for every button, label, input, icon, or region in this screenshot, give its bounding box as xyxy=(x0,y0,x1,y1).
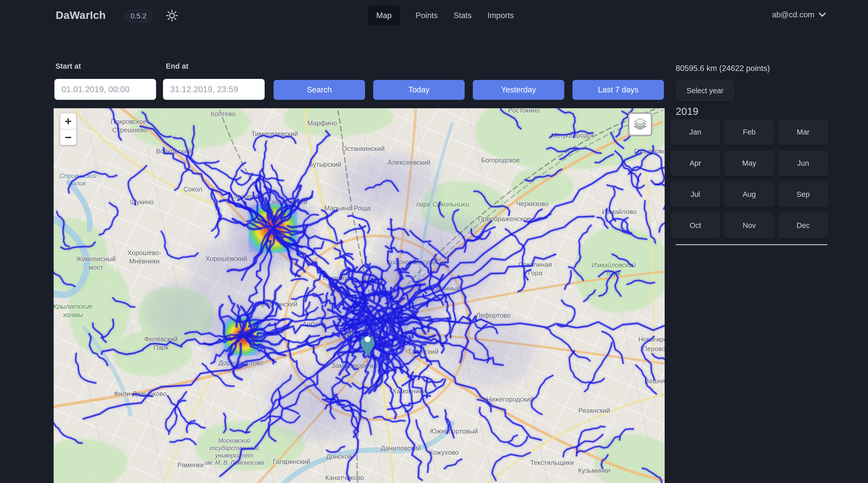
heat-blob xyxy=(370,212,503,311)
year-heading: 2019 xyxy=(676,106,699,117)
month-button-dec[interactable]: Dec xyxy=(778,213,828,238)
heat-blob xyxy=(227,186,319,270)
month-button-feb[interactable]: Feb xyxy=(724,119,774,145)
map-label: Гагаринский xyxy=(273,457,310,466)
map-label: Канатчиково xyxy=(325,474,364,482)
map-label: Покровское- Стрешнево xyxy=(111,118,149,134)
yesterday-button[interactable]: Yesterday xyxy=(473,80,564,100)
map-label: Войковский xyxy=(156,147,191,156)
map-label: Новогиреево xyxy=(638,335,665,344)
heat-blob xyxy=(202,299,283,374)
month-button-aug[interactable]: Aug xyxy=(724,182,774,207)
tab-imports[interactable]: Imports xyxy=(487,6,514,26)
month-button-oct[interactable]: Oct xyxy=(670,213,720,238)
map-label: Пресненский xyxy=(257,300,297,309)
map-zoom-control: + − xyxy=(60,114,76,145)
map-label: Хамовники xyxy=(392,387,426,395)
map-label: Нижегородский xyxy=(486,395,533,404)
heat-blob xyxy=(186,236,278,308)
map-canvas[interactable]: Покровское- СтрешневоКоптевоТимирязевски… xyxy=(54,108,665,483)
map-label: Черкизово xyxy=(516,200,549,208)
park-area xyxy=(511,168,574,205)
map-label: Дорогомилово xyxy=(219,359,264,367)
filter-buttons: SearchTodayYesterdayLast 7 days xyxy=(274,80,664,100)
zoom-in-button[interactable]: + xyxy=(60,114,76,129)
account-menu[interactable]: ab@cd.com xyxy=(772,10,826,20)
map-label: Крылатские холмы xyxy=(54,302,92,319)
park-area xyxy=(575,227,665,313)
theme-toggle-sun-icon[interactable] xyxy=(165,9,178,22)
map-label: Южнопортовый xyxy=(430,427,478,436)
month-button-nov[interactable]: Nov xyxy=(724,213,774,238)
park-area xyxy=(138,287,215,343)
map-labels-layer: Покровское- СтрешневоКоптевоТимирязевски… xyxy=(54,108,665,483)
map-label: Тимирязевский xyxy=(251,130,298,138)
map-label: Тверской xyxy=(322,274,350,282)
map-label: Арбат xyxy=(303,320,321,328)
map-label: Савёловский xyxy=(267,198,307,206)
tab-points[interactable]: Points xyxy=(415,6,438,26)
month-button-may[interactable]: May xyxy=(724,150,774,176)
map-label: Бутырский xyxy=(309,160,341,169)
months-grid: JanFebMarAprMayJunJulAugSepOctNovDec xyxy=(670,119,828,238)
version-badge: 0.5.2 xyxy=(124,10,153,23)
map-label: Сокол xyxy=(183,185,202,194)
tab-stats[interactable]: Stats xyxy=(454,6,471,26)
map-label: Филёвский Парк xyxy=(144,335,178,352)
map-label: Текстильщики xyxy=(530,458,574,467)
end-at-input[interactable] xyxy=(163,79,265,100)
chevron-down-icon xyxy=(818,12,826,18)
map-label: Гольяново xyxy=(634,147,665,156)
map-label: Хорошёвский xyxy=(206,255,247,263)
month-button-sep[interactable]: Sep xyxy=(778,182,828,207)
select-year-button[interactable]: Select year xyxy=(676,80,735,101)
month-button-mar[interactable]: Mar xyxy=(778,119,828,145)
map-label: Даниловский xyxy=(381,444,421,452)
map-label: Таганский xyxy=(408,348,438,356)
map-layers-control[interactable] xyxy=(628,112,652,136)
heat-hotspot xyxy=(223,317,262,356)
month-button-jul[interactable]: Jul xyxy=(670,182,720,207)
heat-blob xyxy=(437,311,539,390)
month-button-apr[interactable]: Apr xyxy=(670,150,720,176)
layers-icon xyxy=(633,117,648,132)
search-button[interactable]: Search xyxy=(274,80,365,100)
heat-hotspot xyxy=(249,204,297,253)
map-label: Замоскворечье xyxy=(332,361,378,370)
map-label: Ростокино xyxy=(508,108,540,115)
map-label: Живописный мост xyxy=(76,255,116,271)
roads-water-layer xyxy=(54,108,665,483)
map-label: Кожухово xyxy=(429,448,459,457)
heatmap-layer xyxy=(54,108,665,483)
park-area xyxy=(69,261,130,353)
last-7-days-button[interactable]: Last 7 days xyxy=(572,80,664,100)
map-marker-pin[interactable] xyxy=(361,336,375,356)
park-area xyxy=(422,181,506,233)
map-label: Соколиная Гора xyxy=(518,260,552,277)
park-area xyxy=(283,108,393,136)
park-area xyxy=(54,439,128,483)
start-at-input[interactable] xyxy=(54,79,156,100)
map-label: Аэропорт xyxy=(229,192,258,201)
map-label: Рязанский xyxy=(578,407,610,415)
month-button-jan[interactable]: Jan xyxy=(670,119,720,145)
heat-blob xyxy=(330,150,442,219)
map-label: Алексеевский xyxy=(388,158,430,167)
tab-map[interactable]: Map xyxy=(368,6,400,26)
park-area xyxy=(594,434,665,483)
map-label: Преображенское xyxy=(478,215,531,223)
map-label: Марьина Роща xyxy=(324,204,371,213)
start-at-label: Start at xyxy=(56,62,81,70)
map-label: Богородское xyxy=(481,156,520,164)
app-logo: DaWarIch xyxy=(56,9,106,22)
map-label: Марфино xyxy=(307,119,337,127)
zoom-out-button[interactable]: − xyxy=(60,129,76,145)
heat-blob xyxy=(141,278,222,347)
month-button-jun[interactable]: Jun xyxy=(778,150,828,176)
today-button[interactable]: Today xyxy=(373,80,465,100)
map-label: Беговой xyxy=(266,245,291,253)
map-label: Измайловский парк xyxy=(591,261,636,278)
map-label: Красносельский xyxy=(387,258,437,266)
street-grid-layer xyxy=(54,108,665,483)
map-label: Лефортово xyxy=(476,311,510,320)
